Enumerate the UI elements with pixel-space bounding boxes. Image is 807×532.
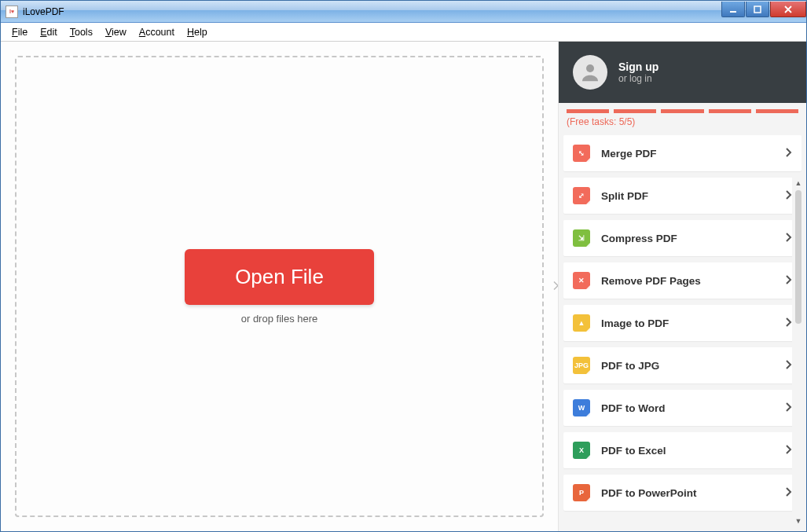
svg-rect-1 (754, 6, 761, 13)
tool-img2pdf[interactable]: ▲Image to PDF (563, 305, 801, 341)
chevron-right-icon (786, 275, 792, 287)
quota-text: (Free tasks: 5/5) (559, 113, 806, 135)
tool-label: PDF to PowerPoint (601, 487, 786, 499)
tool-merge[interactable]: ⤡Merge PDF (563, 135, 801, 171)
sidebar: Sign up or log in (Free tasks: 5/5) ⤡Mer… (558, 42, 806, 531)
tool-pdf2word[interactable]: WPDF to Word (563, 390, 801, 426)
app-window: I♥ iLovePDF File Edit Tools View Account… (0, 0, 807, 532)
close-button[interactable] (770, 2, 806, 17)
menu-tools[interactable]: Tools (64, 25, 99, 39)
app-icon: I♥ (6, 6, 18, 18)
maximize-icon (754, 6, 761, 13)
menu-bar: File Edit Tools View Account Help (1, 23, 806, 42)
tool-label: PDF to Word (601, 402, 786, 414)
tool-label: Image to PDF (601, 317, 786, 329)
chevron-right-icon (786, 190, 792, 202)
client-area: Open File or drop files here Sign up or … (1, 42, 806, 531)
menu-help[interactable]: Help (181, 25, 214, 39)
menu-view[interactable]: View (99, 25, 133, 39)
avatar-icon (573, 55, 607, 90)
chevron-right-icon (786, 402, 792, 414)
open-file-button[interactable]: Open File (185, 249, 374, 305)
window-controls (721, 2, 806, 17)
merge-icon: ⤡ (573, 145, 590, 162)
svg-point-2 (586, 64, 594, 72)
tool-compress[interactable]: ⇲Compress PDF (563, 220, 801, 256)
tool-label: PDF to Excel (601, 445, 786, 457)
menu-account[interactable]: Account (133, 25, 181, 39)
tool-label: Compress PDF (601, 233, 786, 244)
menu-edit[interactable]: Edit (34, 25, 64, 39)
drop-hint-text: or drop files here (241, 313, 318, 325)
signup-label: Sign up (618, 61, 658, 73)
pdf2word-icon: W (573, 399, 590, 416)
window-title: iLovePDF (23, 6, 64, 17)
chevron-right-icon (786, 487, 792, 499)
close-icon (783, 6, 793, 13)
tool-label: PDF to JPG (601, 360, 786, 372)
tool-split[interactable]: ⤢Split PDF (563, 178, 801, 214)
pdf2jpg-icon: JPG (573, 357, 590, 374)
tool-pdf2jpg[interactable]: JPGPDF to JPG (563, 347, 801, 383)
chevron-right-icon (786, 317, 792, 329)
compress-icon: ⇲ (573, 229, 590, 247)
quota-bars (559, 103, 806, 113)
scroll-thumb[interactable] (795, 190, 801, 324)
split-icon: ⤢ (573, 187, 590, 204)
img2pdf-icon: ▲ (573, 314, 590, 332)
minimize-button[interactable] (721, 2, 745, 17)
chevron-right-icon (786, 233, 792, 244)
tool-label: Merge PDF (601, 148, 786, 160)
tool-remove[interactable]: ✕Remove PDF Pages (563, 262, 801, 299)
chevron-right-icon (786, 445, 792, 457)
scroll-down-arrow-icon[interactable]: ▼ (793, 515, 805, 526)
menu-file[interactable]: File (6, 25, 34, 39)
main-panel: Open File or drop files here (1, 42, 558, 531)
account-panel[interactable]: Sign up or log in (559, 42, 806, 103)
tool-label: Split PDF (601, 190, 786, 202)
remove-icon: ✕ (573, 272, 590, 289)
tool-label: Remove PDF Pages (601, 275, 786, 287)
svg-rect-0 (730, 11, 736, 13)
login-label: or log in (618, 73, 658, 84)
scrollbar[interactable]: ▲ ▼ (792, 177, 805, 526)
chevron-right-icon (786, 360, 792, 372)
account-text: Sign up or log in (618, 61, 658, 84)
tool-list: ⤡Merge PDF⤢Split PDF⇲Compress PDF✕Remove… (559, 135, 806, 531)
maximize-button[interactable] (746, 2, 769, 17)
title-bar: I♥ iLovePDF (1, 1, 806, 23)
tool-pdf2excel[interactable]: XPDF to Excel (563, 432, 801, 468)
pdf2excel-icon: X (573, 442, 590, 459)
chevron-right-icon (786, 148, 792, 160)
scroll-up-arrow-icon[interactable]: ▲ (793, 177, 805, 189)
pdf2ppt-icon: P (573, 484, 590, 501)
tool-pdf2ppt[interactable]: PPDF to PowerPoint (563, 475, 801, 511)
drop-zone[interactable]: Open File or drop files here (15, 56, 544, 517)
minimize-icon (729, 6, 737, 13)
